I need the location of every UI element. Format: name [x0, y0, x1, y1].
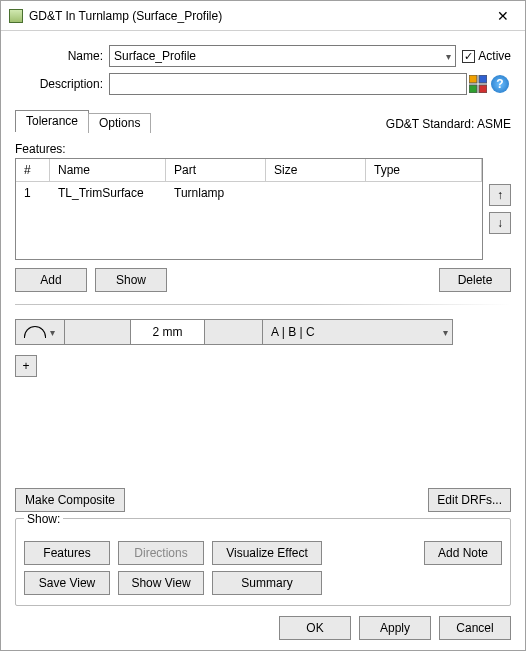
cell-size: [266, 182, 366, 204]
app-icon: [9, 9, 23, 23]
tab-tolerance[interactable]: Tolerance: [15, 110, 89, 132]
tolerance-frame: ▾ 2 mm A | B | C ▾: [15, 319, 511, 345]
chevron-down-icon: ▾: [443, 327, 448, 338]
tol-spacer-2: [205, 319, 263, 345]
directions-button: Directions: [118, 541, 204, 565]
visualize-effect-button[interactable]: Visualize Effect: [212, 541, 322, 565]
reorder-arrows: ↑ ↓: [489, 158, 511, 260]
show-button[interactable]: Show: [95, 268, 167, 292]
dialog-body: Name: Surface_Profile ▾ ✓ Active Descrip…: [1, 31, 525, 650]
show-group: Show: Features Directions Visualize Effe…: [15, 518, 511, 606]
table-row[interactable]: 1 TL_TrimSurface Turnlamp: [16, 182, 482, 204]
move-down-button[interactable]: ↓: [489, 212, 511, 234]
cell-part: Turnlamp: [166, 182, 266, 204]
help-icon[interactable]: ?: [489, 73, 511, 95]
col-number[interactable]: #: [16, 159, 50, 182]
color-grid-icon[interactable]: [467, 73, 489, 95]
cell-number: 1: [16, 182, 50, 204]
col-type[interactable]: Type: [366, 159, 482, 182]
footer-buttons: OK Apply Cancel: [15, 606, 511, 640]
show-view-button[interactable]: Show View: [118, 571, 204, 595]
chevron-down-icon: ▾: [50, 327, 55, 338]
apply-button[interactable]: Apply: [359, 616, 431, 640]
svg-rect-0: [469, 75, 477, 83]
summary-button[interactable]: Summary: [212, 571, 322, 595]
description-input[interactable]: [109, 73, 467, 95]
features-label: Features:: [15, 142, 511, 156]
symbol-dropdown[interactable]: ▾: [15, 319, 65, 345]
edit-drfs-button[interactable]: Edit DRFs...: [428, 488, 511, 512]
features-button[interactable]: Features: [24, 541, 110, 565]
col-size[interactable]: Size: [266, 159, 366, 182]
add-button[interactable]: Add: [15, 268, 87, 292]
svg-rect-1: [479, 75, 487, 83]
show-legend: Show:: [24, 512, 63, 526]
name-row: Name: Surface_Profile ▾ ✓ Active: [15, 45, 511, 67]
divider: [15, 304, 511, 305]
svg-rect-3: [479, 85, 487, 93]
features-table[interactable]: # Name Part Size Type 1 TL_TrimSurface T…: [15, 158, 483, 260]
close-button[interactable]: ✕: [481, 1, 525, 30]
name-value: Surface_Profile: [114, 49, 196, 63]
chevron-down-icon: ▾: [446, 51, 451, 62]
tab-options[interactable]: Options: [88, 113, 151, 133]
tol-value-cell[interactable]: 2 mm: [131, 319, 205, 345]
delete-button[interactable]: Delete: [439, 268, 511, 292]
tab-row: Tolerance Options GD&T Standard: ASME: [15, 109, 511, 131]
svg-rect-2: [469, 85, 477, 93]
cancel-button[interactable]: Cancel: [439, 616, 511, 640]
drf-value: A | B | C: [271, 325, 315, 339]
cell-type: [366, 182, 482, 204]
make-composite-button[interactable]: Make Composite: [15, 488, 125, 512]
add-note-button[interactable]: Add Note: [424, 541, 502, 565]
name-label: Name:: [15, 49, 109, 63]
add-row-button[interactable]: +: [15, 355, 37, 377]
drf-dropdown[interactable]: A | B | C ▾: [263, 319, 453, 345]
cell-name: TL_TrimSurface: [50, 182, 166, 204]
table-header: # Name Part Size Type: [16, 159, 482, 182]
tol-spacer-1: [65, 319, 131, 345]
col-part[interactable]: Part: [166, 159, 266, 182]
titlebar: GD&T In Turnlamp (Surface_Profile) ✕: [1, 1, 525, 31]
save-view-button[interactable]: Save View: [24, 571, 110, 595]
surface-profile-icon: [24, 326, 46, 338]
window-title: GD&T In Turnlamp (Surface_Profile): [29, 9, 481, 23]
active-label: Active: [478, 49, 511, 63]
col-name[interactable]: Name: [50, 159, 166, 182]
ok-button[interactable]: OK: [279, 616, 351, 640]
name-dropdown[interactable]: Surface_Profile ▾: [109, 45, 456, 67]
tab-content: Features: # Name Part Size Type 1 TL_Tri…: [15, 132, 511, 512]
active-checkbox[interactable]: ✓: [462, 50, 475, 63]
dialog-window: GD&T In Turnlamp (Surface_Profile) ✕ Nam…: [0, 0, 526, 651]
move-up-button[interactable]: ↑: [489, 184, 511, 206]
description-label: Description:: [15, 77, 109, 91]
description-row: Description: ?: [15, 73, 511, 95]
standard-text: GD&T Standard: ASME: [386, 117, 511, 131]
